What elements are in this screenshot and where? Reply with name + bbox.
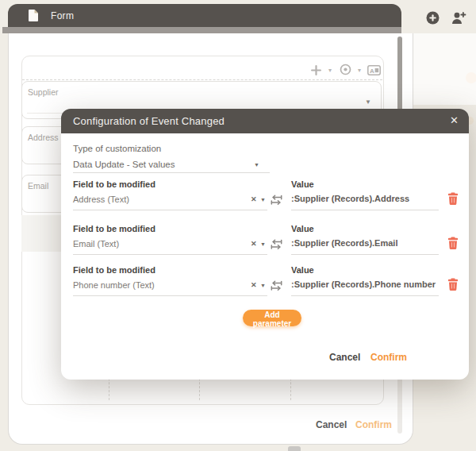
select-underline: [73, 254, 267, 255]
background-element: [288, 446, 301, 451]
app-window: Form ▾ ▾: [0, 0, 476, 451]
parameter-row: Field to be modified Address (Text) ✕ ▼ …: [61, 179, 469, 214]
add-user-icon[interactable]: [451, 11, 466, 28]
clear-icon[interactable]: ✕: [251, 195, 257, 203]
type-of-customization-label: Type of customization: [73, 144, 161, 153]
field-select[interactable]: Address (Text): [73, 195, 129, 204]
select-underline: [73, 172, 270, 173]
cancel-button[interactable]: Cancel: [329, 352, 360, 363]
dialog-title: Configuration of Event Changed: [73, 115, 225, 127]
parameter-row: Field to be modified Phone number (Text)…: [61, 265, 469, 300]
field-label: Email: [28, 181, 48, 191]
page-cancel-button[interactable]: Cancel: [316, 419, 347, 430]
event-config-dialog: Configuration of Event Changed ✕ Type of…: [61, 109, 469, 380]
chevron-down-icon[interactable]: ▼: [260, 241, 266, 247]
trash-icon[interactable]: [447, 192, 459, 209]
clear-icon[interactable]: ✕: [251, 281, 257, 289]
value-underline: [291, 295, 439, 296]
field-select[interactable]: Email (Text): [73, 239, 119, 249]
clear-icon[interactable]: ✕: [251, 240, 257, 248]
field-select[interactable]: Phone number (Text): [73, 280, 155, 290]
value-label: Value: [291, 224, 314, 233]
page-confirm-button[interactable]: Confirm: [355, 419, 392, 430]
dialog-header: Configuration of Event Changed ✕: [61, 109, 469, 133]
swap-arrows-icon[interactable]: [271, 195, 282, 209]
field-to-modify-label: Field to be modified: [73, 224, 155, 233]
background-card: [411, 33, 476, 105]
field-to-modify-label: Field to be modified: [73, 265, 155, 275]
swap-arrows-icon[interactable]: [271, 280, 282, 295]
field-label: Supplier: [28, 87, 59, 97]
value-label: Value: [291, 179, 314, 189]
add-parameter-button[interactable]: Add parameter: [243, 310, 301, 326]
field-label: Address: [28, 133, 59, 142]
preview-icon[interactable]: [340, 64, 351, 79]
value-underline: [291, 210, 439, 210]
rename-label-icon[interactable]: A: [367, 64, 381, 79]
chevron-down-icon[interactable]: ▼: [365, 98, 371, 106]
document-icon: [29, 10, 38, 25]
value-label: Value: [291, 265, 314, 275]
swap-arrows-icon[interactable]: [271, 239, 282, 253]
trash-icon[interactable]: [447, 237, 459, 253]
parameter-row: Field to be modified Email (Text) ✕ ▼ Va…: [61, 224, 469, 259]
customization-type-select[interactable]: Data Update - Set values: [73, 160, 175, 169]
chevron-down-icon[interactable]: ▾: [358, 67, 361, 74]
tabbar-shadow-strip: [2, 27, 401, 33]
close-icon[interactable]: ✕: [450, 114, 459, 126]
value-input[interactable]: :Supplier (Records).Address: [291, 194, 409, 203]
trash-icon[interactable]: [447, 278, 459, 295]
value-input[interactable]: :Supplier (Records).Phone number: [291, 279, 436, 289]
tab-title: Form: [51, 10, 74, 21]
canvas-divider: [22, 79, 382, 80]
chevron-down-icon[interactable]: ▼: [260, 197, 266, 202]
chevron-down-icon[interactable]: ▾: [328, 67, 332, 74]
value-input[interactable]: :Supplier (Records).Email: [291, 238, 397, 248]
chevron-down-icon[interactable]: ▼: [260, 283, 266, 288]
value-underline: [291, 254, 439, 255]
add-circle-icon[interactable]: [426, 11, 440, 28]
select-underline: [73, 210, 267, 210]
svg-text:A: A: [370, 67, 374, 75]
form-tab[interactable]: Form: [8, 4, 401, 27]
confirm-button[interactable]: Confirm: [370, 352, 407, 363]
add-field-icon[interactable]: [311, 64, 321, 79]
field-to-modify-label: Field to be modified: [73, 179, 155, 189]
chevron-down-icon[interactable]: ▼: [254, 162, 259, 168]
select-underline: [73, 295, 267, 296]
